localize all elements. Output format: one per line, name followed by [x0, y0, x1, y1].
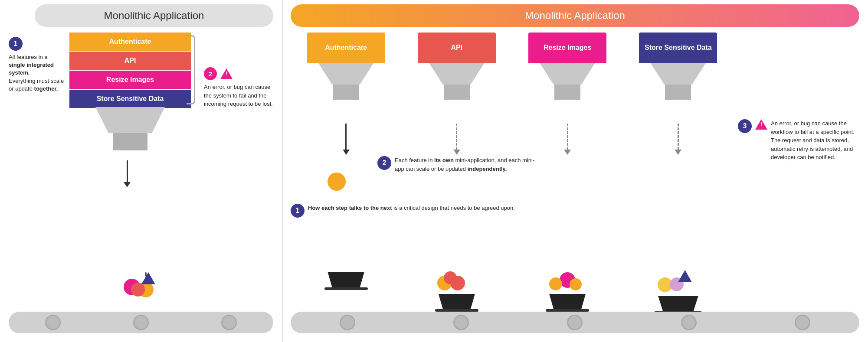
- shaft-dashed-3: [567, 124, 568, 150]
- wheel-left-2: [133, 315, 149, 330]
- fruit-red: [131, 283, 145, 296]
- funnels-row: Authenticate API Resize Images Store Sen…: [291, 33, 734, 100]
- arrow-head-left: [124, 182, 131, 187]
- fruit-bowl3-orange1: [549, 277, 562, 290]
- arrowhead-dashed-3: [564, 150, 571, 155]
- wheel-right-4: [681, 315, 697, 330]
- shaft-dashed-4: [678, 124, 679, 150]
- fruit-bowl4-blue: [678, 270, 692, 282]
- fruit-bowl3-orange2: [570, 278, 582, 290]
- left-panel: Monolithic Application 1 All features in…: [0, 0, 282, 342]
- bowl-body-2: [435, 294, 478, 309]
- wheel-right-3: [567, 315, 583, 330]
- funnel-layer-resize: Resize Images: [528, 33, 606, 63]
- layer-api: API: [69, 52, 191, 70]
- funnel-layer-authenticate: Authenticate: [307, 33, 385, 63]
- arrow-dashed-2: [453, 124, 460, 155]
- funnel-layer-api: API: [418, 33, 496, 63]
- wheel-right-2: [453, 315, 469, 330]
- arrowhead-dashed-2: [453, 150, 460, 155]
- funnel-authenticate: Authenticate: [307, 33, 385, 100]
- shaft-solid-1: [345, 124, 347, 150]
- funnel-api: API: [418, 33, 496, 100]
- arrow-dashed-4: [675, 124, 681, 155]
- warning-icon-left: [220, 68, 233, 79]
- step1-right-badge: 1: [291, 204, 305, 218]
- bowl-3: [539, 268, 596, 314]
- layer-resize: Resize Images: [69, 71, 191, 89]
- step2-left-badge: 2: [204, 67, 217, 80]
- fruit-stem: [145, 272, 147, 277]
- bowl-body-1: [324, 272, 368, 287]
- step1-left-badge: 1: [9, 37, 23, 51]
- warning-icon-right: [755, 119, 767, 130]
- layer-authenticate: Authenticate: [69, 33, 191, 51]
- step1-right-text: How each step talks to the next is a cri…: [308, 204, 515, 212]
- wheel-left-3: [221, 315, 237, 330]
- funnel-trap-store: [643, 63, 713, 85]
- step2-right-text: Each feature in its own mini-application…: [395, 156, 542, 173]
- arrowhead-dashed-4: [675, 150, 681, 155]
- funnel-trap-resize: [533, 63, 602, 85]
- step2-right-badge: 2: [377, 156, 391, 170]
- step3-right-badge: 3: [738, 119, 752, 133]
- bowl-2: [429, 268, 485, 314]
- left-step2-block: 2 An error, or bug can cause the system …: [204, 67, 278, 108]
- panel-divider: [282, 0, 283, 342]
- shaft-dashed-2: [456, 124, 457, 150]
- fruits-left: [121, 272, 160, 298]
- bowl-rim-1: [324, 287, 368, 290]
- conveyor-left: [9, 312, 273, 333]
- orange-circle-connector: [328, 173, 346, 191]
- funnel-layer-store: Store Sensitive Data: [639, 33, 717, 63]
- step1-text1: All features in a single integrated syst…: [9, 53, 65, 93]
- fruit-bowl2-red2: [444, 271, 457, 284]
- step2-left-text: An error, or bug can cause the system to…: [204, 83, 278, 108]
- right-step3-block: 3 An error, or bug can cause the workflo…: [738, 119, 864, 164]
- funnel-trap-left: [87, 107, 174, 150]
- arrowhead-solid-1: [343, 150, 350, 155]
- wheel-left-1: [45, 315, 61, 330]
- funnel-store: Store Sensitive Data: [639, 33, 717, 100]
- left-title: Monolithic Application: [104, 10, 204, 22]
- trap-neck: [113, 133, 147, 150]
- right-arrows: [291, 124, 734, 155]
- bowl-empty: [318, 268, 374, 314]
- funnel-trap-authenticate: [311, 63, 381, 85]
- wheel-right-1: [340, 315, 355, 330]
- bracket: [187, 33, 200, 107]
- right-step1-block: 1 How each step talks to the next is a c…: [291, 204, 534, 218]
- bowl-4: [650, 268, 706, 314]
- arrow-left: [124, 160, 131, 187]
- funnel-neck-resize: [554, 85, 580, 100]
- step3-right-text: An error, or bug can cause the workflow …: [771, 119, 864, 162]
- conveyor-right: [291, 312, 859, 333]
- funnel-resize: Resize Images: [528, 33, 606, 100]
- bowls-row: [291, 268, 734, 314]
- trap-top: [87, 107, 174, 133]
- bowl-left: [115, 296, 167, 314]
- title-bar-right: Monolithic Application: [291, 4, 859, 27]
- funnel-neck-store: [665, 85, 691, 100]
- arrow-solid-1: [343, 124, 350, 155]
- right-title: Monolithic Application: [525, 10, 625, 22]
- funnel-neck-authenticate: [333, 85, 359, 100]
- fruit-blue: [141, 272, 155, 284]
- wheel-right-5: [795, 315, 810, 330]
- arrow-shaft-left: [127, 160, 128, 182]
- bowl-body-3: [546, 294, 589, 309]
- right-step2-block: 2 Each feature in its own mini-applicati…: [377, 156, 542, 176]
- arrow-dashed-3: [564, 124, 571, 155]
- funnel-left: Authenticate API Resize Images Store Sen…: [69, 33, 191, 109]
- funnel-trap-api: [422, 63, 491, 85]
- right-panel: Monolithic Application Authenticate API …: [282, 0, 868, 342]
- title-bar-left: Monolithic Application: [35, 4, 273, 27]
- bowl-body-4: [654, 296, 702, 311]
- layer-store: Store Sensitive Data: [69, 90, 191, 108]
- funnel-neck-api: [444, 85, 470, 100]
- left-step1-block: 1 All features in a single integrated sy…: [9, 37, 65, 93]
